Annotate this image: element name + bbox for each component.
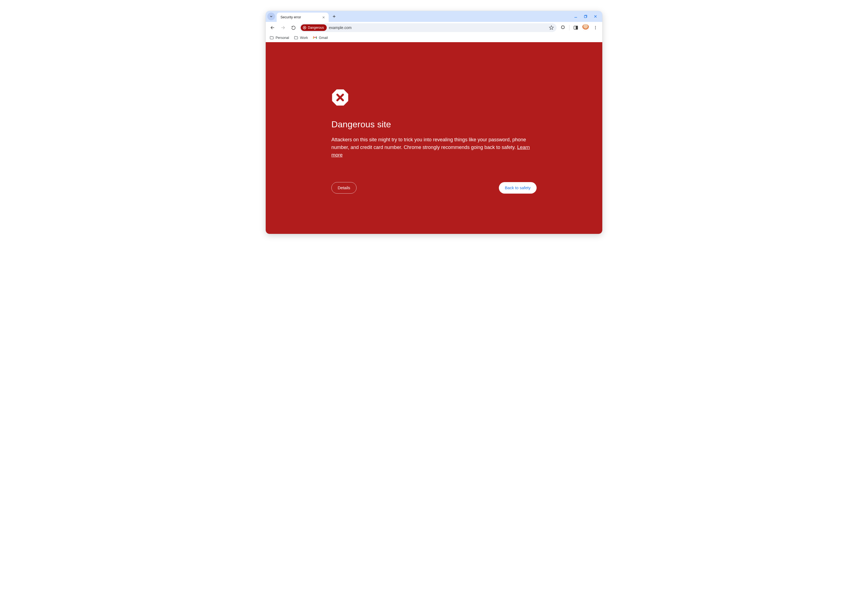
interstitial-button-row: Details Back to safety bbox=[331, 182, 537, 194]
tab-close-button[interactable] bbox=[321, 15, 326, 20]
security-chip-label: Dangerous bbox=[308, 26, 324, 30]
interstitial-body-text: Attackers on this site might try to tric… bbox=[331, 137, 526, 150]
tab-strip: Security error bbox=[266, 11, 602, 22]
nav-back-button[interactable] bbox=[269, 24, 277, 32]
browser-window: Security error bbox=[266, 11, 602, 234]
omnibox-url[interactable]: example.com bbox=[329, 25, 546, 30]
extensions-button[interactable] bbox=[559, 24, 567, 32]
new-tab-button[interactable] bbox=[330, 13, 338, 20]
not-secure-icon bbox=[303, 26, 307, 30]
bookmark-folder-personal[interactable]: Personal bbox=[270, 36, 289, 40]
search-tabs-button[interactable] bbox=[267, 13, 275, 20]
folder-icon bbox=[294, 36, 298, 40]
gmail-icon bbox=[313, 36, 317, 40]
bookmark-star-button[interactable] bbox=[548, 24, 555, 31]
close-icon bbox=[593, 15, 597, 18]
chevron-down-icon bbox=[269, 15, 273, 18]
toolbar-right bbox=[559, 24, 599, 32]
svg-rect-16 bbox=[576, 26, 578, 29]
puzzle-icon bbox=[560, 25, 565, 30]
interstitial-heading: Dangerous site bbox=[331, 119, 537, 130]
window-minimize-button[interactable] bbox=[573, 14, 578, 19]
tab-active[interactable]: Security error bbox=[277, 13, 329, 22]
kebab-icon bbox=[593, 25, 598, 30]
omnibox[interactable]: Dangerous example.com bbox=[300, 23, 557, 32]
svg-point-19 bbox=[595, 28, 596, 29]
side-panel-button[interactable] bbox=[572, 24, 580, 32]
bookmark-gmail[interactable]: Gmail bbox=[313, 36, 328, 40]
security-chip-dangerous[interactable]: Dangerous bbox=[301, 24, 327, 31]
minimize-icon bbox=[574, 15, 578, 18]
svg-point-18 bbox=[595, 27, 596, 28]
svg-marker-14 bbox=[549, 26, 554, 30]
close-icon bbox=[322, 16, 325, 19]
svg-point-17 bbox=[595, 26, 596, 27]
side-panel-icon bbox=[573, 25, 578, 30]
window-maximize-button[interactable] bbox=[583, 14, 588, 19]
bookmark-label: Work bbox=[300, 36, 308, 40]
details-button[interactable]: Details bbox=[331, 182, 357, 194]
stop-sign-icon bbox=[331, 89, 349, 106]
window-controls bbox=[573, 14, 600, 19]
avatar bbox=[582, 24, 589, 31]
svg-rect-6 bbox=[584, 16, 586, 18]
back-to-safety-button[interactable]: Back to safety bbox=[499, 182, 537, 194]
profile-button[interactable] bbox=[582, 24, 590, 32]
toolbar: Dangerous example.com bbox=[266, 22, 602, 33]
bookmark-label: Personal bbox=[276, 36, 289, 40]
nav-reload-button[interactable] bbox=[289, 24, 297, 32]
interstitial-body: Attackers on this site might try to tric… bbox=[331, 136, 537, 159]
nav-forward-button[interactable] bbox=[279, 24, 287, 32]
toolbar-divider bbox=[569, 25, 570, 30]
arrow-left-icon bbox=[270, 25, 275, 30]
reload-icon bbox=[291, 25, 296, 30]
bookmark-bar: Personal Work Gmail bbox=[266, 33, 602, 42]
bookmark-folder-work[interactable]: Work bbox=[294, 36, 308, 40]
plus-icon bbox=[332, 15, 336, 18]
maximize-icon bbox=[584, 15, 588, 18]
window-close-button[interactable] bbox=[593, 14, 598, 19]
bookmark-label: Gmail bbox=[319, 36, 328, 40]
arrow-right-icon bbox=[280, 25, 285, 30]
star-icon bbox=[549, 25, 554, 30]
tab-title: Security error bbox=[280, 15, 319, 19]
chrome-menu-button[interactable] bbox=[591, 24, 599, 32]
safebrowsing-interstitial: Dangerous site Attackers on this site mi… bbox=[266, 42, 602, 234]
folder-icon bbox=[270, 36, 274, 40]
